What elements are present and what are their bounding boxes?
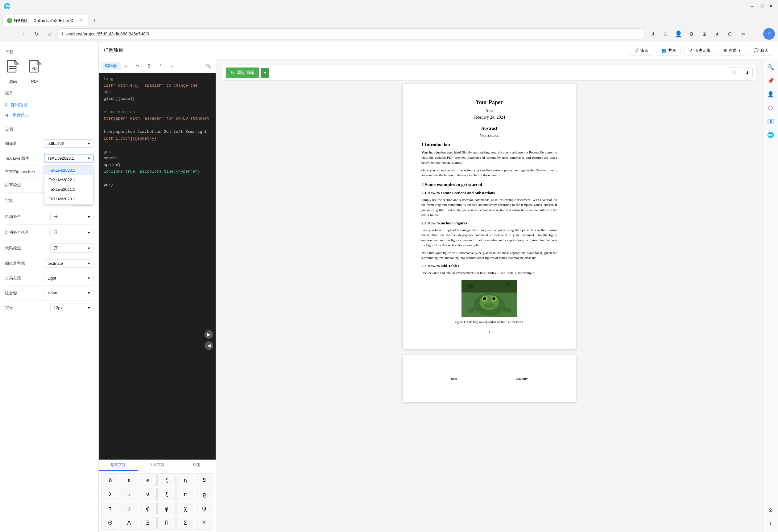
address-bar[interactable]: ℹ localhost/project/65d9af3effc888f346a5… xyxy=(57,28,645,39)
editor-theme-select[interactable]: textmate ▾ xyxy=(44,259,93,268)
browser-ext-3[interactable]: ★ xyxy=(711,28,723,40)
texlive-option-2021[interactable]: TeXLive2021.1 xyxy=(45,185,93,194)
symbol-Xi[interactable]: Ξ xyxy=(139,516,157,530)
favorites-button[interactable]: ☆ xyxy=(659,28,671,40)
minimize-button[interactable]: — xyxy=(749,3,756,10)
right-sidebar-share-btn[interactable]: ⬡ xyxy=(765,102,776,113)
symbol-epsilon1[interactable]: ε xyxy=(120,473,138,487)
search-button[interactable]: 🔍 xyxy=(203,61,213,71)
symbol-phi2[interactable]: φ xyxy=(157,502,175,515)
chat-button[interactable]: 💬 聊天 xyxy=(749,46,773,56)
keybind-label: 组合键 xyxy=(5,290,17,296)
pdf-author: You xyxy=(421,108,557,113)
texlive-option-2022[interactable]: TeXLive2022.1 xyxy=(45,175,93,185)
more-format-button[interactable]: ··· xyxy=(166,61,176,71)
redo-button[interactable]: ↪ xyxy=(133,61,143,71)
font-size-select[interactable]: 12px ▾ xyxy=(50,303,93,312)
browser-tab-1[interactable]: 🍃 样例项目 - Online LaTeX Editor O... ✕ xyxy=(2,15,89,26)
profile-button[interactable]: P xyxy=(763,28,775,40)
symbol-epsilon2[interactable]: ϵ xyxy=(139,473,157,487)
keybind-select[interactable]: None ▾ xyxy=(44,289,93,297)
symbol-tab-operators[interactable]: 运算字符 xyxy=(99,460,138,471)
recompile-dropdown-button[interactable]: ▾ xyxy=(261,68,269,78)
history-button[interactable]: ↺ 历史记录 xyxy=(685,46,715,56)
window-controls: — ⬜ ✕ xyxy=(749,3,774,10)
nav-right-arrow[interactable]: ▶ xyxy=(205,330,213,339)
code-line: idth=1.75cm]{geometry} xyxy=(99,135,216,142)
tab-close-button[interactable]: ✕ xyxy=(79,18,84,23)
symbol-varrho[interactable]: ϱ xyxy=(195,487,213,501)
right-sidebar-settings-btn[interactable]: ⚙ xyxy=(765,505,776,516)
right-sidebar-translate-btn[interactable]: 🌐 xyxy=(765,129,776,141)
layout-button[interactable]: ⊞ 布局 ▾ xyxy=(719,46,745,56)
browser-ext-1[interactable]: 👤 xyxy=(673,28,684,40)
symbol-lambda[interactable]: λ xyxy=(101,487,120,501)
word-count-btn[interactable]: 👁 字数统计 xyxy=(5,110,93,121)
split-view-button[interactable]: ⊞ xyxy=(698,28,710,40)
recompile-button[interactable]: ↻ 重新编译 xyxy=(226,68,259,78)
recompile-label: 重新编译 xyxy=(237,70,254,76)
editor-tab[interactable]: 编辑器 xyxy=(101,62,121,70)
close-button[interactable]: ✕ xyxy=(768,3,774,10)
right-sidebar-search-btn[interactable]: 🔍 xyxy=(765,62,776,73)
home-button[interactable]: ⌂ xyxy=(44,28,56,40)
right-sidebar-outlook-btn[interactable]: 📧 xyxy=(765,116,776,127)
undo-button[interactable]: ↩ xyxy=(122,61,132,71)
nav-left-arrow[interactable]: ◀ xyxy=(205,341,213,350)
maximize-button[interactable]: ⬜ xyxy=(758,3,765,10)
download-pdf-item[interactable]: PDF PDF xyxy=(27,59,43,84)
symbol-eta[interactable]: η xyxy=(176,473,194,487)
code-editor[interactable]: ting lish' with e.g. `spanish' to change… xyxy=(99,73,216,460)
code-line: glish]{babel} xyxy=(99,96,216,102)
symbol-Upsilon[interactable]: Υ xyxy=(195,516,213,530)
forward-button[interactable]: → xyxy=(17,28,28,40)
history-label: 历史记录 xyxy=(694,48,710,53)
code-check-select[interactable]: 开 ▾ xyxy=(50,244,93,253)
bold-button[interactable]: B xyxy=(144,61,154,71)
refresh-button[interactable]: ↻ xyxy=(30,28,42,40)
copy-project-btn[interactable]: ⎘ 复制项目 xyxy=(5,100,93,110)
symbol-Sigma[interactable]: Σ xyxy=(176,516,194,530)
right-sidebar-add-btn[interactable]: + xyxy=(765,518,776,530)
review-button[interactable]: 📝 审阅 xyxy=(629,46,653,56)
symbol-Theta[interactable]: Θ xyxy=(101,516,120,530)
symbol-pi[interactable]: π xyxy=(176,487,194,501)
symbol-zeta[interactable]: ζ xyxy=(157,473,175,487)
symbol-xi[interactable]: ξ xyxy=(157,487,175,501)
more-button[interactable]: ··· xyxy=(750,28,762,40)
symbol-nu[interactable]: ν xyxy=(139,487,157,501)
texlive-select[interactable]: TeXLive2023.1 ▾ xyxy=(44,154,93,162)
pdf-settings-button[interactable]: 📄 xyxy=(728,67,739,78)
browser-ext-5[interactable]: ✉ xyxy=(737,28,749,40)
symbol-mu[interactable]: μ xyxy=(120,487,138,501)
symbol-psi[interactable]: ψ xyxy=(195,502,213,515)
auto-bracket-select[interactable]: 开 ▾ xyxy=(50,228,93,237)
symbol-vartheta[interactable]: ϑ xyxy=(195,473,213,487)
new-tab-button[interactable]: + xyxy=(89,16,99,26)
compiler-select[interactable]: pdfLaTeX ▾ xyxy=(44,139,93,148)
browser-ext-2[interactable]: ⚙ xyxy=(686,28,697,40)
right-sidebar-user-btn[interactable]: 👤 xyxy=(765,89,776,100)
source-label: 源码 xyxy=(9,79,17,84)
symbol-chi[interactable]: χ xyxy=(176,502,194,515)
symbol-upsilon[interactable]: υ xyxy=(120,502,138,515)
symbol-tab-relations[interactable]: 关系字符 xyxy=(138,460,176,471)
italic-button[interactable]: I xyxy=(155,61,165,71)
global-theme-select[interactable]: Light ▾ xyxy=(44,274,93,282)
browser-ext-4[interactable]: ⬡ xyxy=(724,28,736,40)
right-sidebar-edit-btn[interactable]: 📌 xyxy=(765,75,776,86)
symbol-delta[interactable]: δ xyxy=(101,473,120,487)
symbol-Lambda[interactable]: Λ xyxy=(120,516,138,530)
autocomplete-select[interactable]: 开 ▾ xyxy=(50,212,93,221)
texlive-option-2023[interactable]: TeXLive2023.1 xyxy=(45,166,93,175)
read-aloud-button[interactable]: 𝓐 xyxy=(646,28,658,40)
back-button[interactable]: ← xyxy=(3,28,15,40)
symbol-tab-misc[interactable]: 杂项 xyxy=(177,460,216,471)
download-source-item[interactable]: 源码 xyxy=(5,59,21,84)
texlive-option-2020[interactable]: TeXLive2020.1 xyxy=(45,194,93,204)
symbol-Pi[interactable]: Π xyxy=(157,516,175,530)
share-button[interactable]: 👥 共享 xyxy=(657,46,681,56)
pdf-download-button[interactable]: ⬇ xyxy=(742,67,753,78)
symbol-tau[interactable]: τ xyxy=(101,502,120,515)
symbol-phi1[interactable]: φ xyxy=(139,502,157,515)
